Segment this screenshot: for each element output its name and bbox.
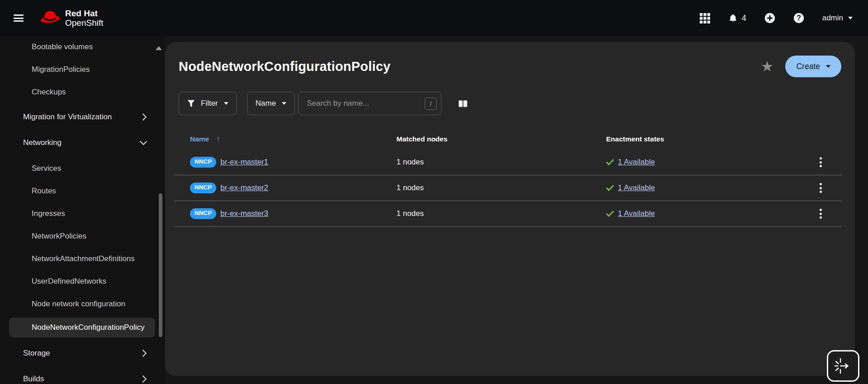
kebab-menu-button[interactable] (817, 206, 825, 221)
search-shortcut-key: / (425, 98, 436, 110)
chevron-right-icon (142, 350, 147, 357)
table-row: NNCP br-ex-master1 1 nodes 1 Available (174, 150, 842, 175)
click-action-indicator (827, 350, 859, 382)
sidebar-item-networkattachmentdefinitions[interactable]: NetworkAttachmentDefinitions (0, 250, 165, 268)
create-button[interactable]: Create (785, 56, 841, 77)
sidebar-nav-list: Bootable volumes MigrationPolicies Check… (0, 38, 165, 384)
redhat-fedora-icon (40, 9, 61, 24)
openshift-console: Red Hat OpenShift 4 (0, 0, 868, 384)
name-cell: NNCP br-ex-master3 (174, 208, 397, 219)
search-attribute-dropdown[interactable]: Name (247, 92, 295, 115)
page-panel: NodeNetworkConfigurationPolicy ★ Create … (165, 42, 855, 376)
chevron-right-icon (142, 375, 147, 383)
username: admin (822, 14, 843, 23)
sidebar-item-services[interactable]: Services (0, 159, 165, 178)
bell-icon (728, 13, 738, 23)
sidebar-item-bootable-volumes[interactable]: Bootable volumes (0, 38, 165, 56)
check-icon (606, 159, 614, 165)
sidebar-item-migration-for-virtualization[interactable]: Migration for Virtualization (0, 108, 165, 126)
sidebar-item-checkups[interactable]: Checkups (0, 83, 165, 101)
enactment-state-cell: 1 Available (606, 158, 811, 167)
sidebar-item-routes[interactable]: Routes (0, 182, 165, 200)
search-input[interactable] (306, 98, 425, 108)
nav-toggle-icon[interactable] (14, 14, 25, 23)
sidebar-scroll-up-icon[interactable] (156, 46, 162, 50)
grid-icon (700, 13, 710, 23)
filter-funnel-icon (187, 100, 195, 108)
resource-kind-badge: NNCP (190, 183, 216, 193)
kebab-menu-button[interactable] (817, 180, 825, 196)
filter-dropdown[interactable]: Filter (179, 92, 237, 115)
page-header: NodeNetworkConfigurationPolicy ★ Create (165, 42, 855, 77)
check-icon (606, 185, 614, 191)
notification-count: 4 (742, 14, 746, 23)
main-content: NodeNetworkConfigurationPolicy ★ Create … (165, 36, 868, 384)
toolbar: Filter Name / (179, 92, 841, 115)
kebab-menu-button[interactable] (817, 155, 825, 170)
available-link[interactable]: 1 Available (618, 209, 655, 218)
column-header-matched-nodes: Matched nodes (397, 135, 606, 143)
notifications-button[interactable]: 4 (728, 13, 746, 23)
column-header-enactment-states: Enactment states (606, 135, 811, 143)
sidebar-item-nodenetworkconfigurationpolicy[interactable]: NodeNetworkConfigurationPolicy (9, 318, 155, 337)
user-menu[interactable]: admin (822, 14, 853, 23)
table-header: Name ↑ Matched nodes Enactment states (174, 129, 842, 150)
chevron-right-icon (142, 113, 147, 121)
name-cell: NNCP br-ex-master2 (174, 183, 397, 193)
resource-link[interactable]: br-ex-master1 (220, 158, 268, 167)
name-cell: NNCP br-ex-master1 (174, 157, 397, 168)
table-row: NNCP br-ex-master3 1 nodes 1 Available (174, 201, 842, 227)
matched-nodes-cell: 1 nodes (397, 183, 606, 192)
sidebar-item-builds[interactable]: Builds (0, 370, 165, 384)
sidebar-nav: Bootable volumes MigrationPolicies Check… (0, 36, 165, 384)
resource-link[interactable]: br-ex-master2 (220, 183, 268, 192)
chevron-down-icon (224, 102, 228, 105)
click-burst-arrow-icon (834, 357, 852, 375)
available-link[interactable]: 1 Available (618, 183, 655, 192)
column-header-name[interactable]: Name ↑ (174, 135, 397, 144)
brand-line1: Red Hat (65, 9, 104, 18)
help-button[interactable]: ? (793, 13, 804, 23)
plus-circle-icon (764, 13, 775, 23)
check-icon (606, 211, 614, 217)
sidebar-item-ingresses[interactable]: Ingresses (0, 205, 165, 223)
available-link[interactable]: 1 Available (618, 158, 655, 167)
masthead: Red Hat OpenShift 4 (0, 0, 868, 36)
favorite-star-icon[interactable]: ★ (761, 59, 774, 74)
app-launcher-icon[interactable] (700, 13, 710, 23)
manage-columns-button[interactable] (458, 98, 468, 109)
sidebar-item-storage[interactable]: Storage (0, 344, 165, 362)
import-button[interactable] (764, 13, 775, 23)
resource-kind-badge: NNCP (190, 208, 216, 219)
policies-table: Name ↑ Matched nodes Enactment states NN… (174, 129, 842, 227)
sidebar-scrollbar[interactable] (159, 193, 162, 337)
enactment-state-cell: 1 Available (606, 209, 811, 218)
svg-text:?: ? (797, 14, 801, 22)
matched-nodes-cell: 1 nodes (397, 209, 606, 218)
table-row: NNCP br-ex-master2 1 nodes 1 Available (174, 175, 842, 201)
search-box: / (298, 92, 441, 115)
enactment-state-cell: 1 Available (606, 183, 811, 192)
brand-text: Red Hat OpenShift (65, 9, 104, 28)
sidebar-item-migrationpolicies[interactable]: MigrationPolicies (0, 61, 165, 79)
chevron-down-icon (826, 65, 830, 68)
masthead-right: 4 ? admin (700, 13, 853, 23)
brand-logo: Red Hat OpenShift (40, 9, 104, 28)
chevron-down-icon (848, 17, 853, 19)
question-circle-icon: ? (793, 13, 804, 23)
resource-kind-badge: NNCP (190, 157, 216, 168)
matched-nodes-cell: 1 nodes (397, 158, 606, 167)
sidebar-item-node-network-configuration[interactable]: Node network configuration (0, 295, 165, 313)
sort-ascending-icon: ↑ (216, 135, 220, 144)
chevron-down-icon (140, 140, 147, 145)
sidebar-item-userdefinednetworks[interactable]: UserDefinedNetworks (0, 272, 165, 290)
chevron-down-icon (282, 102, 286, 105)
sidebar-item-networkpolicies[interactable]: NetworkPolicies (0, 227, 165, 245)
page-title: NodeNetworkConfigurationPolicy (179, 59, 761, 74)
brand-line2: OpenShift (65, 18, 104, 28)
sidebar-item-networking[interactable]: Networking (0, 134, 165, 152)
columns-icon (458, 98, 468, 109)
masthead-left: Red Hat OpenShift (14, 9, 104, 28)
resource-link[interactable]: br-ex-master3 (220, 209, 268, 218)
